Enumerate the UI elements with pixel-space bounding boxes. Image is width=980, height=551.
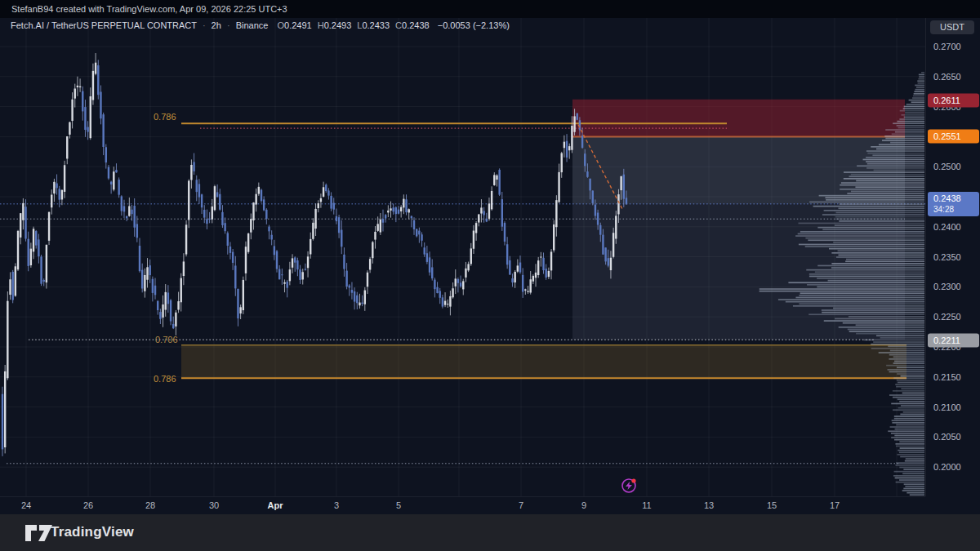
volume-profile-bar [919,74,924,76]
fib-label-706[interactable]: 0.706 [155,335,178,344]
volume-profile-bar [893,475,924,477]
volume-profile-bar [856,333,924,335]
volume-profile-bar [897,121,924,122]
candle-body [532,276,534,282]
volume-profile-bar [778,299,924,300]
candle-body [327,190,329,195]
candle-body [584,153,586,166]
candle-body [566,141,568,158]
volume-profile-bar [805,238,924,239]
candle-body [66,136,68,158]
candle-body [185,224,187,254]
volume-profile-bar [799,244,924,246]
candle-body [617,194,619,214]
candle-body [460,282,461,287]
fib-label-786-top[interactable]: 0.786 [154,112,176,122]
volume-profile-bar [906,458,924,460]
volume-profile-bar [894,435,924,437]
volume-profile-bar [913,96,924,97]
volume-profile-bar [809,273,924,275]
volume-profile-bar [835,224,924,226]
volume-profile-bar [831,267,924,269]
volume-profile-bar [788,282,924,283]
candle-body [411,216,412,219]
candle-body [467,264,469,270]
chart-pane[interactable] [0,18,925,496]
price-badge-0.2551: 0.2551 [928,129,979,143]
candle-body [540,256,541,257]
candle-body [59,189,60,199]
candle-body [449,296,451,307]
volume-profile-bar [826,199,924,201]
volume-profile-bar [899,441,924,442]
volume-profile-bar [866,150,924,152]
candle-body [35,231,37,246]
candle-body [123,206,125,211]
candle-body [385,215,386,218]
candle-body [496,176,497,180]
candle-body [577,113,578,120]
symbol-legend[interactable]: Fetch.AI / TetherUS PERPETUAL CONTRACT ·… [11,20,510,32]
candle-body [167,292,169,304]
candle-body [17,231,19,269]
volume-profile-bar [890,350,924,352]
price-tick-label: 0.2100 [933,402,961,412]
fib-label-786-bottom[interactable]: 0.786 [154,374,176,384]
time-tick-label: 24 [21,500,31,510]
price-chart-canvas[interactable] [0,18,925,496]
volume-profile-bar [819,195,924,197]
time-axis[interactable]: 24262830Apr357911131517 [0,496,925,515]
volume-profile-bar [866,167,924,169]
volume-profile-bar [849,331,924,332]
volume-profile-bar [895,478,924,479]
volume-profile-bar [847,193,924,194]
volume-profile-bar [912,97,924,99]
volume-profile-bar [888,345,924,347]
footer-bar: TradingView [0,514,980,551]
price-tick-label: 0.2650 [933,72,961,82]
volume-profile-bar [856,324,924,326]
candle-body [382,219,384,223]
volume-profile-bar [885,138,924,140]
time-tick-label: 13 [704,500,714,510]
volume-profile-bar [902,393,924,394]
candle-body [470,248,472,264]
price-tick-label: 0.2000 [933,462,961,472]
candle-body [38,239,39,256]
volume-profile-bar [833,242,924,243]
interval-label[interactable]: 2h [212,20,221,30]
candle-body [102,114,104,147]
candle-body [573,116,575,131]
volume-profile-bar [903,469,924,470]
candle-body [265,210,267,219]
symbol-title[interactable]: Fetch.AI / TetherUS PERPETUAL CONTRACT [11,20,197,30]
candle-body [239,307,241,313]
candle-body [64,165,65,192]
candle-body [486,219,488,222]
candle-body [400,207,402,211]
candle-body [30,249,32,265]
volume-profile-bar [864,340,924,341]
volume-profile-bar [806,269,924,271]
candle-body [626,198,627,204]
currency-toggle-button[interactable]: USDT [930,20,974,34]
volume-profile-bar [918,82,924,84]
price-tick-label: 0.2050 [933,432,961,442]
candle-body [281,274,283,275]
tradingview-logo-icon[interactable] [24,524,54,542]
candle-body [589,179,590,191]
volume-profile-bar [835,218,924,220]
price-axis[interactable]: USDT 0.27000.26500.26000.25500.25000.245… [925,18,980,496]
volume-profile-bar [902,473,924,474]
volume-profile-bar [891,437,924,438]
candle-body [413,220,415,229]
candle-body [201,194,203,207]
candle-body [535,273,537,278]
candle-body [139,246,140,271]
candle-body [294,257,296,262]
candle-body [268,227,270,232]
tradingview-brand-text[interactable]: TradingView [51,524,134,540]
volume-profile-bar [914,91,924,92]
zone-demand-gold [181,345,906,378]
tradingview-chart-screenshot: StefanB94 created with TradingView.com, … [0,0,980,551]
